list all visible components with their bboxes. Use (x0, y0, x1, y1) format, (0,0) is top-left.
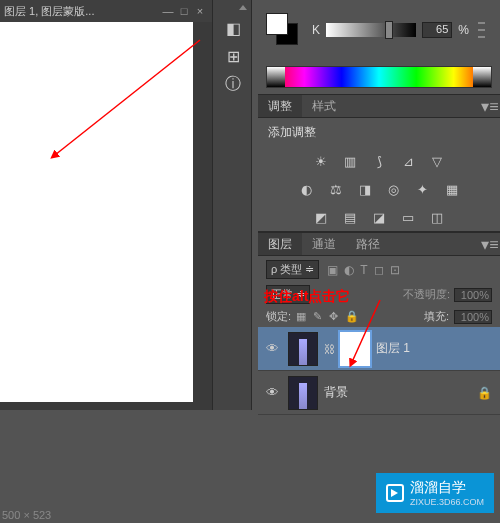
posterize-icon[interactable]: ▤ (339, 207, 361, 227)
opacity-input[interactable]: 100% (454, 288, 492, 302)
layer-row-background[interactable]: 👁 背景 🔒 (258, 371, 500, 415)
watermark-url: ZIXUE.3D66.COM (410, 497, 484, 507)
foreground-color-swatch[interactable] (266, 13, 288, 35)
collapsed-panel-strip: ◧ ⊞ ⓘ (212, 0, 252, 410)
filter-smart-icon[interactable]: ⊡ (390, 263, 400, 277)
lock-icon: 🔒 (477, 386, 492, 400)
panel-menu-icon[interactable]: ▾≡ (480, 95, 500, 117)
brightness-icon[interactable]: ☀ (310, 151, 332, 171)
canvas-gutter (193, 22, 212, 410)
adjustment-icons-row3: ◩ ▤ ◪ ▭ ◫ (258, 203, 500, 231)
history-panel-icon[interactable]: ◧ (213, 14, 253, 42)
watermark-brand: 溜溜自学 (410, 479, 466, 495)
filter-pixel-icon[interactable]: ▣ (327, 263, 338, 277)
lock-position-icon[interactable]: ✥ (329, 310, 338, 322)
channel-mixer-icon[interactable]: ✦ (412, 179, 434, 199)
document-title: 图层 1, 图层蒙版... (4, 4, 160, 19)
tab-styles[interactable]: 样式 (302, 95, 346, 117)
tab-channels[interactable]: 通道 (302, 233, 346, 255)
fill-input[interactable]: 100% (454, 310, 492, 324)
exposure-icon[interactable]: ⊿ (397, 151, 419, 171)
lock-label: 锁定: (266, 309, 291, 324)
visibility-toggle-icon[interactable]: 👁 (266, 385, 282, 400)
lock-all-icon[interactable]: 🔒 (345, 310, 359, 322)
minimize-icon[interactable]: — (160, 5, 176, 17)
layer-name[interactable]: 背景 (324, 384, 471, 401)
color-balance-icon[interactable]: ⚖ (325, 179, 347, 199)
layers-menu-icon[interactable]: ▾≡ (480, 233, 500, 255)
k-slider[interactable] (326, 23, 416, 37)
color-spectrum[interactable] (266, 66, 492, 88)
adjustment-icons-row1: ☀ ▥ ⟆ ⊿ ▽ (258, 147, 500, 175)
color-panel: K 65 % (258, 0, 500, 60)
mask-link-icon[interactable]: ⛓ (324, 343, 334, 355)
levels-icon[interactable]: ▥ (339, 151, 361, 171)
layer-filter-icons: ▣ ◐ T ◻ ⊡ (327, 263, 399, 277)
add-adjustment-label: 添加调整 (258, 118, 500, 147)
adjustment-icons-row2: ◐ ⚖ ◨ ◎ ✦ ▦ (258, 175, 500, 203)
percent-label: % (458, 23, 469, 37)
invert-icon[interactable]: ◩ (310, 207, 332, 227)
k-value-input[interactable]: 65 (422, 22, 452, 38)
dimensions-label: 500 × 523 (2, 509, 51, 521)
play-icon (386, 484, 404, 502)
tab-layers[interactable]: 图层 (258, 233, 302, 255)
visibility-toggle-icon[interactable]: 👁 (266, 341, 282, 356)
hue-sat-icon[interactable]: ◐ (296, 179, 318, 199)
info-panel-icon[interactable]: ⓘ (213, 70, 253, 98)
threshold-icon[interactable]: ◪ (368, 207, 390, 227)
opacity-label: 不透明度: (403, 287, 450, 302)
lock-transparency-icon[interactable]: ▦ (296, 310, 306, 322)
layer-thumbnail[interactable] (288, 332, 318, 366)
photo-filter-icon[interactable]: ◎ (383, 179, 405, 199)
slider-thumb[interactable] (385, 21, 393, 39)
chevron-down-icon: ≑ (305, 263, 314, 276)
lock-pixels-icon[interactable]: ✎ (313, 310, 322, 322)
color-lookup-icon[interactable]: ▦ (441, 179, 463, 199)
selective-color-icon[interactable]: ◫ (426, 207, 448, 227)
close-icon[interactable]: × (192, 5, 208, 17)
layer-filter-kind[interactable]: ρ 类型 ≑ (266, 260, 319, 279)
properties-panel-icon[interactable]: ⊞ (213, 42, 253, 70)
filter-type-icon[interactable]: T (360, 263, 367, 277)
filter-adjust-icon[interactable]: ◐ (344, 263, 354, 277)
gradient-map-icon[interactable]: ▭ (397, 207, 419, 227)
annotation-text: 按住alt点击它 (264, 288, 350, 306)
fill-label: 填充: (424, 309, 449, 324)
layer-name[interactable]: 图层 1 (376, 340, 492, 357)
layer-thumbnail[interactable] (288, 376, 318, 410)
panel-grip[interactable] (478, 22, 492, 38)
panel-expand-handle[interactable] (213, 0, 251, 14)
channel-k-label: K (312, 23, 320, 37)
restore-icon[interactable]: □ (176, 5, 192, 17)
layer-mask-thumbnail[interactable] (340, 332, 370, 366)
document-tab[interactable]: 图层 1, 图层蒙版... — □ × (0, 0, 212, 22)
watermark-badge: 溜溜自学 ZIXUE.3D66.COM (376, 473, 494, 513)
tab-adjustments[interactable]: 调整 (258, 95, 302, 117)
curves-icon[interactable]: ⟆ (368, 151, 390, 171)
color-swatches[interactable] (266, 13, 300, 47)
document-canvas[interactable] (0, 22, 193, 402)
bw-icon[interactable]: ◨ (354, 179, 376, 199)
tab-paths[interactable]: 路径 (346, 233, 390, 255)
layer-row-1[interactable]: 👁 ⛓ 图层 1 (258, 327, 500, 371)
filter-shape-icon[interactable]: ◻ (374, 263, 384, 277)
vibrance-icon[interactable]: ▽ (426, 151, 448, 171)
